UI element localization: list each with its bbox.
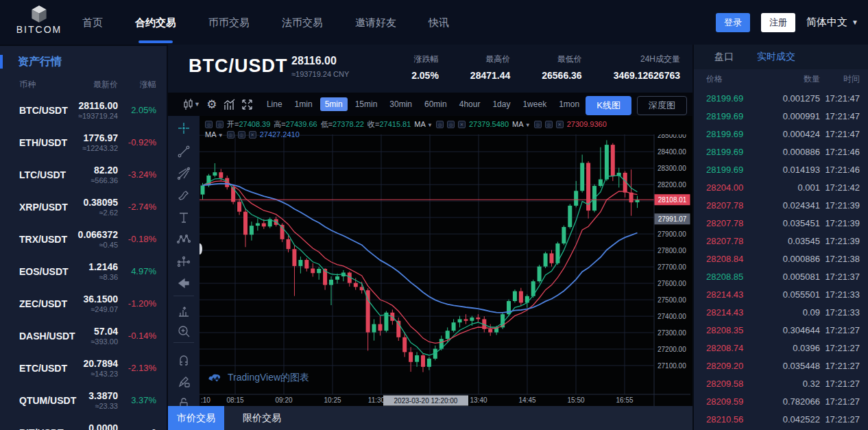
- trade-time: 17:21:46: [825, 147, 860, 157]
- market-row[interactable]: XRP/USDT0.38095≈2.62-2.74%: [0, 192, 167, 224]
- y-axis-label: 28400.00: [658, 148, 686, 156]
- settings-gear-icon[interactable]: ⚙: [203, 97, 221, 112]
- chart-type-caret-icon[interactable]: ▼: [194, 101, 200, 108]
- main-nav: 首页合约交易币币交易法币交易邀请好友快讯: [82, 0, 449, 45]
- brand-name: BITCOM: [15, 24, 63, 35]
- ma-control-icon[interactable]: ◎: [447, 121, 455, 128]
- ohlc-value: 27415.81: [379, 120, 411, 128]
- candle-body: [378, 324, 383, 331]
- market-row[interactable]: BTC/USDT28116.00≈193719.242.05%: [0, 95, 167, 128]
- drawing-lock-icon[interactable]: [177, 375, 191, 389]
- text-icon[interactable]: [177, 211, 191, 224]
- magnet-icon[interactable]: [177, 353, 191, 367]
- x-axis-label: 11:30: [368, 396, 385, 404]
- depth-view-button[interactable]: 深度图: [637, 96, 687, 115]
- trades-tab-盘口[interactable]: 盘口: [714, 51, 734, 63]
- ma-value: 27427.2410: [260, 130, 300, 139]
- back-arrow-icon[interactable]: [177, 276, 191, 290]
- crosshair-icon[interactable]: [177, 121, 191, 135]
- interval-4hour[interactable]: 4hour: [455, 97, 485, 111]
- trade-row: 28209.580.3217:21:27: [694, 375, 868, 393]
- ma-indicator[interactable]: MA ▼: [205, 130, 224, 139]
- interval-1week[interactable]: 1week: [518, 97, 551, 111]
- measure-icon[interactable]: [177, 305, 191, 319]
- ma-control-icon[interactable]: ✕: [458, 121, 466, 128]
- ma-control-icon[interactable]: ✕: [249, 131, 256, 139]
- market-row[interactable]: ETH/USDT1776.97≈12243.32-0.92%: [0, 128, 167, 160]
- pattern-icon[interactable]: [177, 232, 191, 246]
- candle-body: [213, 172, 217, 176]
- drawing-toolbar: [168, 116, 200, 406]
- ma-indicator[interactable]: MA ▼: [512, 120, 531, 128]
- forecast-icon[interactable]: [177, 255, 191, 269]
- ma-control-icon[interactable]: ◎: [534, 121, 542, 128]
- header-stats: 涨跌幅2.05%最高价28471.44最低价26566.3624H成交量3469…: [411, 53, 680, 81]
- order-tab-市价交易[interactable]: 市价交易: [168, 406, 224, 430]
- candle-body: [304, 260, 309, 269]
- brand-logo[interactable]: BITCOM: [15, 3, 63, 43]
- market-row[interactable]: ETC/USDT20.7894≈143.23-2.13%: [0, 353, 167, 385]
- market-row[interactable]: QTUM/USDT3.3870≈23.333.37%: [0, 385, 167, 418]
- trade-price: 28208.84: [706, 254, 743, 264]
- trendline-icon[interactable]: [177, 145, 191, 158]
- interval-1mon[interactable]: 1mon: [554, 97, 584, 111]
- pair-label: ETC/USDT: [19, 363, 67, 374]
- pair-label: ZEC/USDT: [19, 298, 67, 309]
- legend-settings-icon[interactable]: ◎: [216, 121, 224, 128]
- legend-eye-icon[interactable]: ◎: [205, 121, 213, 128]
- cube-logo-icon: [29, 5, 49, 23]
- nav-item-1[interactable]: 首页: [82, 0, 103, 45]
- order-tab-限价交易[interactable]: 限价交易: [234, 406, 290, 430]
- ohlc-label: 开=: [227, 120, 239, 128]
- login-button[interactable]: 登录: [716, 13, 750, 32]
- indicators-icon[interactable]: [221, 97, 239, 112]
- interval-1min[interactable]: 1min: [290, 97, 317, 111]
- interval-30min[interactable]: 30min: [385, 97, 417, 111]
- language-selector[interactable]: 简体中文 ▼: [806, 16, 858, 29]
- trades-tab-实时成交[interactable]: 实时成交: [757, 51, 795, 63]
- ma-control-icon[interactable]: ◎: [238, 131, 245, 139]
- fullscreen-icon[interactable]: [239, 97, 256, 112]
- candle-body: [464, 319, 468, 320]
- nav-item-5[interactable]: 邀请好友: [355, 0, 396, 45]
- market-row[interactable]: TRX/USDT0.066372≈0.45-0.18%: [0, 224, 167, 256]
- ma-control-icon[interactable]: ◎: [545, 121, 553, 128]
- nav-item-4[interactable]: 法币交易: [282, 0, 323, 45]
- pair-price: 0.066372: [78, 229, 118, 240]
- trade-time: 17:21:39: [825, 236, 860, 246]
- trade-price: 28210.56: [706, 414, 743, 425]
- nav-item-3[interactable]: 币币交易: [208, 0, 250, 45]
- brush-icon[interactable]: [177, 189, 191, 202]
- ma-control-icon[interactable]: ✕: [556, 121, 564, 128]
- gann-icon[interactable]: [177, 167, 191, 180]
- interval-15min[interactable]: 15min: [350, 97, 383, 111]
- market-row[interactable]: ZEC/USDT36.1500≈249.07-1.20%: [0, 289, 167, 321]
- chart-legend: ◎◎开=27408.39高=27439.66低=27378.22收=27415.…: [205, 119, 607, 140]
- interval-5min[interactable]: 5min: [320, 97, 348, 111]
- nav-item-2[interactable]: 合约交易: [135, 0, 176, 45]
- trade-row: 28199.690.00042417:21:47: [694, 126, 868, 143]
- interval-Line[interactable]: Line: [262, 97, 287, 111]
- register-button[interactable]: 注册: [761, 13, 795, 32]
- kline-view-button[interactable]: K线图: [586, 96, 631, 115]
- chart-canvas-area[interactable]: ◎◎开=27408.39高=27439.66低=27378.22收=27415.…: [200, 116, 692, 406]
- ma-control-icon[interactable]: ◎: [227, 131, 234, 139]
- trade-row: 28210.560.04252217:21:27: [694, 411, 868, 429]
- market-row[interactable]: BIT/USDT0.00000: [0, 418, 167, 430]
- interval-1day[interactable]: 1day: [487, 97, 515, 111]
- trade-row: 28207.780.03545117:21:39: [694, 215, 868, 232]
- ma-control-icon[interactable]: ◎: [436, 121, 444, 128]
- market-row[interactable]: EOS/USDT1.2146≈8.364.97%: [0, 256, 167, 289]
- interval-60min[interactable]: 60min: [420, 97, 452, 111]
- market-row[interactable]: LTC/USDT82.20≈566.36-3.24%: [0, 160, 167, 192]
- ma-indicator[interactable]: MA ▼: [414, 120, 433, 128]
- trade-price: 28209.58: [706, 379, 743, 389]
- zoom-in-icon[interactable]: [177, 324, 191, 338]
- candlestick-chart[interactable]: 28500.0028400.0028300.0028200.0027900.00…: [200, 134, 690, 406]
- trade-row: 28214.430.0917:21:33: [694, 304, 868, 322]
- market-row[interactable]: DASH/USDT57.04≈393.00-0.14%: [0, 321, 167, 353]
- chart-header: BTC/USDT 28116.00 ≈193719.24 CNY 涨跌幅2.05…: [168, 45, 692, 93]
- nav-item-6[interactable]: 快讯: [429, 0, 449, 45]
- ohlc-item: 高=27439.66: [274, 119, 317, 130]
- trade-time: 17:21:39: [825, 218, 860, 228]
